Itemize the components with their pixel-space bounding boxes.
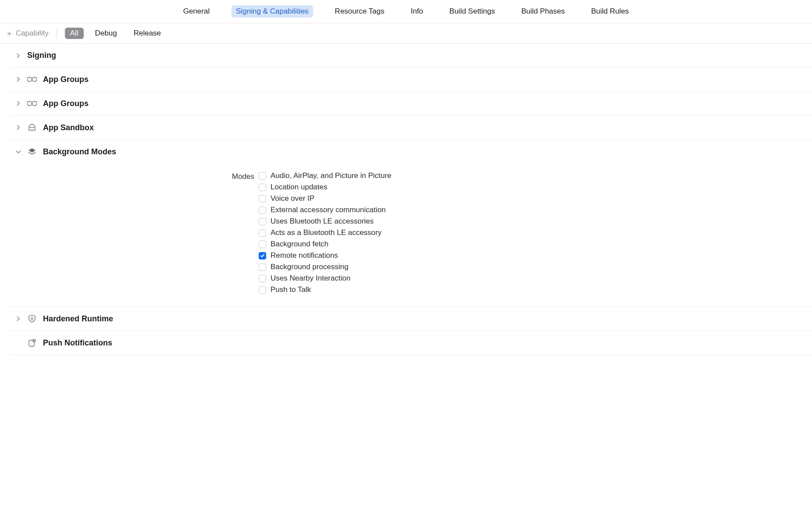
- mode-label: External accessory communication: [271, 206, 386, 214]
- add-capability-label: Capability: [16, 29, 49, 38]
- mode-label: Background processing: [271, 263, 349, 271]
- svg-rect-2: [28, 102, 32, 106]
- svg-rect-4: [31, 318, 33, 320]
- chevron-right-icon: [16, 53, 21, 58]
- mode-checkbox[interactable]: [259, 286, 266, 294]
- tab-build-settings[interactable]: Build Settings: [445, 5, 499, 18]
- mode-label: Voice over IP: [271, 194, 314, 203]
- tab-signing-capabilities[interactable]: Signing & Capabilities: [231, 5, 313, 18]
- top-tabs: General Signing & Capabilities Resource …: [0, 0, 812, 23]
- mode-checkbox[interactable]: [259, 218, 266, 225]
- shield-lock-icon: [27, 314, 37, 324]
- section-title: Hardened Runtime: [43, 314, 113, 324]
- mode-checkbox[interactable]: [259, 184, 266, 191]
- tab-general[interactable]: General: [179, 5, 214, 18]
- section-title: App Sandbox: [43, 123, 94, 132]
- chevron-down-icon: [16, 149, 21, 154]
- mode-checkbox[interactable]: [259, 241, 266, 248]
- push-notifications-icon: [27, 338, 37, 348]
- mode-row: Voice over IP: [259, 194, 392, 203]
- add-capability-button[interactable]: ＋ Capability: [5, 29, 49, 38]
- chevron-blank-icon: [16, 340, 21, 345]
- section-app-groups[interactable]: App Groups: [10, 68, 812, 92]
- tab-resource-tags[interactable]: Resource Tags: [331, 5, 389, 18]
- app-groups-icon: [27, 99, 37, 108]
- mode-checkbox[interactable]: [259, 263, 266, 271]
- mode-checkbox[interactable]: [259, 252, 266, 260]
- mode-label: Background fetch: [271, 240, 328, 249]
- mode-row: Background fetch: [259, 240, 392, 249]
- layers-icon: [27, 147, 37, 156]
- section-background-modes[interactable]: Background Modes: [10, 140, 812, 164]
- tab-build-phases[interactable]: Build Phases: [517, 5, 569, 18]
- section-title: App Groups: [43, 99, 89, 108]
- modes-label: Modes: [10, 171, 259, 294]
- mode-row: Background processing: [259, 263, 392, 271]
- filter-release[interactable]: Release: [128, 28, 166, 39]
- plus-icon: ＋: [5, 29, 13, 37]
- mode-label: Uses Bluetooth LE accessories: [271, 217, 374, 226]
- mode-checkbox[interactable]: [259, 206, 266, 214]
- section-signing[interactable]: Signing: [10, 44, 812, 68]
- chevron-right-icon: [16, 101, 21, 106]
- mode-row: Remote notifications: [259, 251, 392, 260]
- mode-label: Acts as a Bluetooth LE accessory: [271, 228, 381, 237]
- section-push-notifications[interactable]: Push Notifications: [10, 331, 812, 355]
- mode-label: Remote notifications: [271, 251, 338, 260]
- mode-row: Location updates: [259, 183, 392, 192]
- tab-info[interactable]: Info: [406, 5, 427, 18]
- mode-label: Uses Nearby Interaction: [271, 274, 350, 283]
- mode-checkbox[interactable]: [259, 275, 266, 282]
- mode-label: Audio, AirPlay, and Picture in Picture: [271, 171, 392, 180]
- mode-row: Push to Talk: [259, 285, 392, 294]
- section-title: App Groups: [43, 75, 89, 84]
- section-title: Push Notifications: [43, 338, 112, 348]
- svg-rect-0: [28, 78, 32, 82]
- mode-checkbox[interactable]: [259, 172, 266, 180]
- svg-rect-1: [33, 78, 37, 82]
- filter-all[interactable]: All: [65, 28, 84, 39]
- sandbox-icon: [27, 123, 37, 132]
- filter-debug[interactable]: Debug: [90, 28, 122, 39]
- mode-row: Uses Bluetooth LE accessories: [259, 217, 392, 226]
- chevron-right-icon: [16, 316, 21, 321]
- chevron-right-icon: [16, 125, 21, 130]
- svg-rect-3: [33, 102, 37, 106]
- mode-checkbox[interactable]: [259, 195, 266, 203]
- capability-subbar: ＋ Capability All Debug Release: [0, 23, 812, 44]
- app-groups-icon: [27, 75, 37, 84]
- mode-row: Uses Nearby Interaction: [259, 274, 392, 283]
- mode-label: Push to Talk: [271, 285, 311, 294]
- modes-list: Audio, AirPlay, and Picture in PictureLo…: [259, 171, 392, 294]
- mode-checkbox[interactable]: [259, 229, 266, 237]
- section-app-sandbox[interactable]: App Sandbox: [10, 116, 812, 140]
- mode-row: Acts as a Bluetooth LE accessory: [259, 228, 392, 237]
- background-modes-body: Modes Audio, AirPlay, and Picture in Pic…: [10, 164, 812, 307]
- svg-rect-5: [29, 340, 34, 346]
- mode-row: Audio, AirPlay, and Picture in Picture: [259, 171, 392, 180]
- section-title: Background Modes: [43, 147, 116, 156]
- section-hardened-runtime[interactable]: Hardened Runtime: [10, 307, 812, 331]
- divider: [57, 28, 57, 39]
- chevron-right-icon: [16, 77, 21, 82]
- mode-label: Location updates: [271, 183, 328, 192]
- mode-row: External accessory communication: [259, 206, 392, 214]
- section-app-groups[interactable]: App Groups: [10, 92, 812, 116]
- section-title: Signing: [27, 51, 56, 60]
- tab-build-rules[interactable]: Build Rules: [587, 5, 633, 18]
